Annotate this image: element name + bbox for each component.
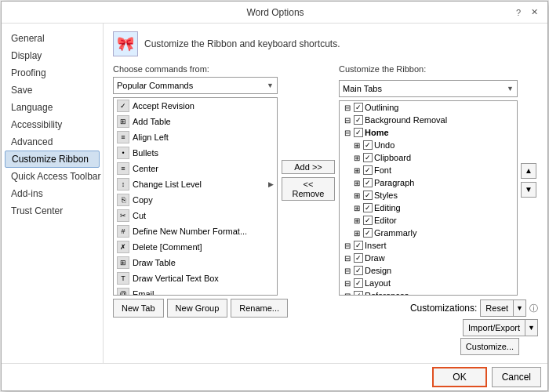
remove-button[interactable]: << Remove bbox=[282, 177, 335, 201]
commands-dropdown[interactable]: Popular Commands ▼ bbox=[113, 77, 278, 94]
sidebar-item-advanced[interactable]: Advanced bbox=[2, 133, 103, 151]
list-item[interactable]: ⎘ Copy bbox=[114, 192, 277, 208]
checkbox[interactable]: ✓ bbox=[354, 266, 363, 275]
rb-label: Grammarly bbox=[374, 228, 514, 238]
dialog-title: Word Options bbox=[39, 7, 511, 18]
checkbox[interactable]: ✓ bbox=[354, 115, 363, 125]
list-item[interactable]: ✓ Accept Revision bbox=[114, 98, 277, 114]
checkbox[interactable]: ✓ bbox=[354, 253, 363, 263]
list-item[interactable]: ⊞ ✓ Clipboard bbox=[340, 151, 517, 164]
new-tab-button[interactable]: New Tab bbox=[113, 299, 164, 318]
help-button[interactable]: ? bbox=[511, 5, 525, 20]
commands-list[interactable]: ✓ Accept Revision ⊞ Add Table ≡ Align Le… bbox=[113, 97, 278, 296]
list-item[interactable]: ⊟ ✓ Draw bbox=[340, 252, 517, 264]
sidebar-item-language[interactable]: Language bbox=[2, 99, 103, 116]
list-item[interactable]: ⊞ ✓ Paragraph bbox=[340, 176, 517, 189]
dialog-body: General Display Proofing Save Language A… bbox=[2, 24, 547, 363]
rb-label: Draw bbox=[365, 253, 514, 263]
list-item[interactable]: T Draw Vertical Text Box bbox=[114, 270, 277, 286]
customize-button[interactable]: Customize... bbox=[460, 338, 519, 355]
list-item[interactable]: @ Email bbox=[114, 286, 277, 296]
sidebar-item-trust-center[interactable]: Trust Center bbox=[2, 202, 103, 220]
right-section: Customize the Ribbon: Main Tabs ▼ ⊟ ✓ Ou… bbox=[339, 64, 538, 296]
sidebar-item-general[interactable]: General bbox=[2, 30, 103, 47]
expand-icon: ⊞ bbox=[352, 191, 362, 200]
list-item[interactable]: ⊞ ✓ Font bbox=[340, 164, 517, 176]
list-item[interactable]: ✗ Delete [Comment] bbox=[114, 239, 277, 255]
sidebar-item-customize-ribbon[interactable]: Customize Ribbon bbox=[5, 151, 100, 168]
cmd-icon: ⊞ bbox=[117, 115, 129, 128]
list-item[interactable]: ⊞ ✓ Undo bbox=[340, 139, 517, 151]
rename-button[interactable]: Rename... bbox=[231, 299, 288, 318]
rb-label: Background Removal bbox=[365, 115, 514, 125]
checkbox[interactable]: ✓ bbox=[363, 178, 373, 187]
list-item[interactable]: ⊞ ✓ Editing bbox=[340, 201, 517, 214]
ribbon-list[interactable]: ⊟ ✓ Outlining ⊟ ✓ Background Removal bbox=[339, 100, 518, 296]
main-content: 🎀 Customize the Ribbon and keyboard shor… bbox=[104, 24, 547, 363]
list-item[interactable]: ⊟ ✓ References bbox=[340, 289, 517, 296]
add-button[interactable]: Add >> bbox=[282, 160, 335, 174]
new-group-button[interactable]: New Group bbox=[167, 299, 228, 318]
cmd-icon: • bbox=[117, 147, 129, 159]
close-button[interactable]: ✕ bbox=[527, 5, 541, 20]
ribbon-order-arrows: ▲ ▼ bbox=[519, 64, 538, 296]
checkbox[interactable]: ✓ bbox=[363, 153, 373, 162]
list-item[interactable]: # Define New Number Format... bbox=[114, 223, 277, 239]
list-item[interactable]: ⊞ Add Table bbox=[114, 114, 277, 129]
cmd-icon: # bbox=[117, 225, 129, 238]
expand-icon: ⊞ bbox=[352, 154, 362, 162]
ok-button[interactable]: OK bbox=[432, 367, 486, 387]
cmd-icon: ⊞ bbox=[117, 256, 129, 269]
checkbox[interactable]: ✓ bbox=[354, 291, 363, 296]
checkbox[interactable]: ✓ bbox=[363, 228, 373, 238]
list-item[interactable]: ⊟ ✓ Home bbox=[340, 126, 517, 139]
list-item[interactable]: ≡ Align Left bbox=[114, 129, 277, 145]
sidebar-item-display[interactable]: Display bbox=[2, 47, 103, 64]
chevron-down-icon: ▼ bbox=[507, 85, 514, 93]
list-item[interactable]: ↕ Change List Level ▶ bbox=[114, 176, 277, 192]
checkbox[interactable]: ✓ bbox=[363, 216, 373, 225]
list-item[interactable]: ⊞ ✓ Editor bbox=[340, 214, 517, 227]
sidebar-item-accessibility[interactable]: Accessibility bbox=[2, 116, 103, 133]
list-item[interactable]: ⊟ ✓ Background Removal bbox=[340, 114, 517, 126]
expand-icon: ⊞ bbox=[352, 204, 362, 212]
sidebar-item-proofing[interactable]: Proofing bbox=[2, 64, 103, 82]
list-item[interactable]: ⊟ ✓ Design bbox=[340, 264, 517, 277]
list-item[interactable]: ⊞ ✓ Grammarly bbox=[340, 227, 517, 239]
ribbon-dropdown[interactable]: Main Tabs ▼ bbox=[339, 80, 518, 97]
list-item[interactable]: ⊟ ✓ Layout bbox=[340, 277, 517, 289]
list-item[interactable]: ≡ Center bbox=[114, 161, 277, 176]
ribbon-icon: 🎀 bbox=[113, 31, 138, 56]
expand-icon: ⊟ bbox=[343, 129, 352, 137]
import-export-dropdown-button[interactable]: ▼ bbox=[525, 319, 538, 336]
checkbox[interactable]: ✓ bbox=[354, 103, 363, 112]
move-up-button[interactable]: ▲ bbox=[521, 163, 536, 179]
import-export-button[interactable]: Import/Export bbox=[463, 319, 525, 336]
list-item[interactable]: ⊟ ✓ Outlining bbox=[340, 101, 517, 114]
checkbox[interactable]: ✓ bbox=[354, 128, 363, 137]
sidebar-item-save[interactable]: Save bbox=[2, 82, 103, 99]
checkbox[interactable]: ✓ bbox=[354, 278, 363, 288]
reset-dropdown-button[interactable]: ▼ bbox=[513, 299, 526, 317]
title-bar-controls: ? ✕ bbox=[511, 5, 541, 20]
list-item[interactable]: ⊟ ✓ Insert bbox=[340, 239, 517, 252]
checkbox[interactable]: ✓ bbox=[363, 191, 373, 200]
checkbox[interactable]: ✓ bbox=[363, 140, 373, 150]
ok-cancel-row: OK Cancel bbox=[2, 363, 547, 390]
cmd-label: Email bbox=[133, 289, 155, 296]
list-item[interactable]: ✂ Cut bbox=[114, 208, 277, 223]
sidebar-item-quick-access[interactable]: Quick Access Toolbar bbox=[2, 168, 103, 185]
list-item[interactable]: • Bullets bbox=[114, 145, 277, 161]
list-item[interactable]: ⊞ Draw Table bbox=[114, 255, 277, 270]
cancel-button[interactable]: Cancel bbox=[492, 367, 541, 387]
checkbox[interactable]: ✓ bbox=[363, 203, 373, 212]
sidebar-item-add-ins[interactable]: Add-ins bbox=[2, 185, 103, 202]
checkbox[interactable]: ✓ bbox=[354, 241, 363, 250]
expand-icon: ⊟ bbox=[343, 292, 352, 296]
reset-button[interactable]: Reset bbox=[480, 299, 513, 317]
left-column: Choose commands from: Popular Commands ▼… bbox=[113, 64, 278, 296]
list-item[interactable]: ⊞ ✓ Styles bbox=[340, 189, 517, 201]
cmd-label: Delete [Comment] bbox=[133, 242, 202, 252]
checkbox[interactable]: ✓ bbox=[363, 165, 373, 175]
move-down-button[interactable]: ▼ bbox=[521, 182, 536, 198]
